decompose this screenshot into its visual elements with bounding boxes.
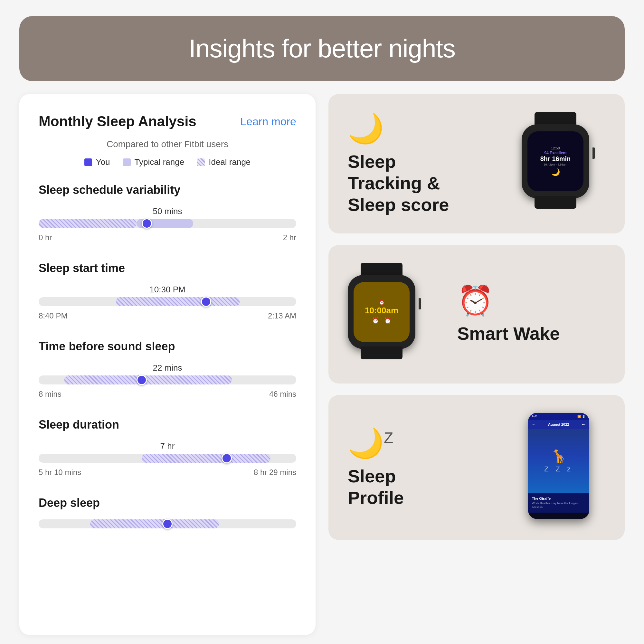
legend-typical: Typical range [123, 157, 185, 167]
smart-wake-title: Smart Wake [457, 323, 605, 344]
comparison-label: Compared to other Fitbit users [39, 139, 296, 149]
metric-title-variability: Sleep schedule variability [39, 183, 296, 197]
slider-sound_sleep [39, 375, 296, 384]
dot-marker-variability [142, 218, 152, 229]
max-label-sound_sleep: 46 mins [269, 390, 296, 399]
metric-deep_sleep: Deep sleep [39, 496, 296, 528]
metric-value-duration: 7 hr [39, 441, 296, 451]
ideal-range-variability [39, 219, 137, 228]
sleep-tracking-card: 🌙 SleepTracking &Sleep score 12:59 94 Ex… [328, 94, 625, 233]
metric-sound_sleep: Time before sound sleep22 mins8 mins46 m… [39, 340, 296, 399]
watch-time-small: 12:59 [551, 146, 560, 150]
legend-ideal: Ideal range [197, 157, 251, 167]
alarm-time-display: 10:00am [365, 306, 398, 315]
right-panel: 🌙 SleepTracking &Sleep score 12:59 94 Ex… [328, 94, 625, 635]
legend-ideal-label: Ideal range [209, 157, 251, 167]
watch-2-container: ⏰ 10:00am ⏰ ⏰ [348, 263, 438, 366]
phone-month: August 2022 [548, 422, 569, 426]
alarm-icon-1: ⏰ [372, 317, 379, 324]
sleep-profile-title: SleepProfile [348, 465, 509, 508]
min-label-sound_sleep: 8 mins [39, 390, 62, 399]
max-label-start_time: 2:13 AM [268, 311, 296, 320]
legend-you: You [84, 157, 110, 167]
slider-variability [39, 219, 296, 228]
phone-time: 9:41 [532, 415, 538, 418]
metrics-container: Sleep schedule variability50 mins0 hr2 h… [39, 183, 296, 528]
giraffe-emoji: 🦒 [551, 449, 567, 464]
sleep-tracking-text: 🌙 SleepTracking &Sleep score [348, 112, 496, 216]
panel-title: Monthly Sleep Analysis [39, 113, 196, 129]
metric-variability: Sleep schedule variability50 mins0 hr2 h… [39, 183, 296, 242]
page-title: Insights for better nights [32, 34, 612, 63]
legend-typical-icon [123, 158, 131, 166]
header-banner: Insights for better nights [19, 16, 625, 81]
slider-track-duration [39, 454, 296, 463]
metric-duration: Sleep duration7 hr5 hr 10 mins8 hr 29 mi… [39, 418, 296, 477]
metric-value-start_time: 10:30 PM [39, 285, 296, 295]
main-content: Monthly Sleep Analysis Learn more Compar… [19, 94, 625, 635]
slider-track-deep_sleep [39, 519, 296, 528]
metric-start_time: Sleep start time10:30 PM8:40 PM2:13 AM [39, 261, 296, 320]
phone-status: 📶 🔋 [577, 415, 585, 418]
ideal-range-duration [142, 454, 270, 463]
metric-title-duration: Sleep duration [39, 418, 296, 431]
phone-container: 9:41 📶 🔋 ← August 2022 ••• 🦒 Z Z z [522, 413, 605, 522]
dot-marker-start_time [201, 297, 211, 307]
ideal-range-start_time [116, 297, 240, 306]
slider-labels-duration: 5 hr 10 mins8 hr 29 mins [39, 468, 296, 477]
animal-name: The Giraffe [532, 497, 585, 500]
dot-marker-deep_sleep [162, 519, 173, 529]
dot-marker-duration [222, 453, 232, 463]
max-label-variability: 2 hr [283, 233, 296, 242]
slider-deep_sleep [39, 519, 296, 528]
slider-duration [39, 454, 296, 463]
dot-marker-sound_sleep [137, 375, 147, 385]
slider-labels-variability: 0 hr2 hr [39, 233, 296, 242]
sleep-tracking-icon: 🌙 [348, 112, 496, 146]
zzz-display: Z Z z [544, 465, 573, 473]
panel-header: Monthly Sleep Analysis Learn more [39, 113, 296, 129]
watch-sleep-range: 10:42pm - 6:58am [544, 163, 567, 166]
legend: You Typical range Ideal range [39, 157, 296, 167]
metric-value-sound_sleep: 22 mins [39, 363, 296, 373]
smart-wake-icon: ⏰ [457, 284, 605, 317]
slider-labels-sound_sleep: 8 mins46 mins [39, 390, 296, 399]
watch-sleep-time: 8hr 16min [540, 155, 571, 162]
left-panel: Monthly Sleep Analysis Learn more Compar… [19, 94, 316, 635]
learn-more-link[interactable]: Learn more [240, 115, 296, 128]
sleep-tracking-title: SleepTracking &Sleep score [348, 151, 496, 216]
alarm-icon-2: ⏰ [384, 317, 391, 324]
animal-desc: While Giraffes may have the longest neck… [532, 501, 585, 509]
metric-title-deep_sleep: Deep sleep [39, 496, 296, 510]
sleep-profile-card: 🌙Z SleepProfile 9:41 📶 🔋 ← August [328, 395, 625, 540]
slider-track-variability [39, 219, 296, 228]
legend-ideal-icon [197, 158, 205, 166]
max-label-duration: 8 hr 29 mins [254, 468, 296, 477]
watch-score: 94 Excellent [544, 151, 566, 155]
min-label-variability: 0 hr [39, 233, 52, 242]
slider-labels-start_time: 8:40 PM2:13 AM [39, 311, 296, 320]
min-label-duration: 5 hr 10 mins [39, 468, 81, 477]
sleep-profile-icon: 🌙Z [348, 426, 509, 460]
sleep-profile-text: 🌙Z SleepProfile [348, 426, 509, 508]
watch-1-container: 12:59 94 Excellent 8hr 16min 10:42pm - 6… [509, 112, 605, 215]
ideal-range-sound_sleep [64, 375, 232, 384]
legend-you-icon [84, 158, 92, 166]
slider-start_time [39, 297, 296, 306]
smart-wake-text: ⏰ Smart Wake [457, 284, 605, 344]
metric-value-variability: 50 mins [39, 206, 296, 216]
legend-typical-label: Typical range [135, 157, 185, 167]
smart-wake-card: ⏰ 10:00am ⏰ ⏰ ⏰ Smart Wake [328, 245, 625, 384]
metric-title-sound_sleep: Time before sound sleep [39, 340, 296, 353]
slider-track-start_time [39, 297, 296, 306]
slider-track-sound_sleep [39, 375, 296, 384]
ideal-range-deep_sleep [90, 519, 219, 528]
min-label-start_time: 8:40 PM [39, 311, 67, 320]
legend-you-label: You [96, 157, 110, 167]
metric-title-start_time: Sleep start time [39, 261, 296, 275]
watch-moon-icon: 🌙 [551, 168, 560, 176]
